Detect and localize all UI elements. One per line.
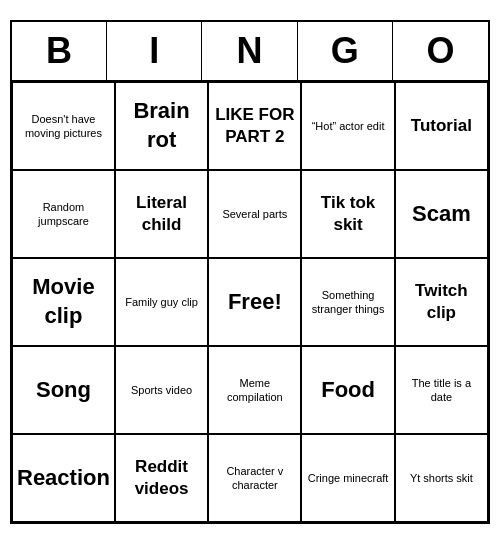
cell-2: LIKE FOR PART 2 [208, 82, 301, 170]
header-letter-n: N [202, 22, 297, 80]
cell-21: Reddit videos [115, 434, 208, 522]
cell-13: Something stranger things [301, 258, 394, 346]
bingo-grid: Doesn't have moving picturesBrain rotLIK… [12, 82, 488, 522]
bingo-card: BINGO Doesn't have moving picturesBrain … [10, 20, 490, 524]
cell-9: Scam [395, 170, 488, 258]
cell-16: Sports video [115, 346, 208, 434]
header-letter-o: O [393, 22, 488, 80]
bingo-header: BINGO [12, 22, 488, 82]
header-letter-g: G [298, 22, 393, 80]
cell-5: Random jumpscare [12, 170, 115, 258]
header-letter-b: B [12, 22, 107, 80]
cell-12: Free! [208, 258, 301, 346]
header-letter-i: I [107, 22, 202, 80]
cell-18: Food [301, 346, 394, 434]
cell-1: Brain rot [115, 82, 208, 170]
cell-8: Tik tok skit [301, 170, 394, 258]
cell-23: Cringe minecraft [301, 434, 394, 522]
cell-3: “Hot” actor edit [301, 82, 394, 170]
cell-4: Tutorial [395, 82, 488, 170]
cell-11: Family guy clip [115, 258, 208, 346]
cell-19: The title is a date [395, 346, 488, 434]
cell-20: Reaction [12, 434, 115, 522]
cell-14: Twitch clip [395, 258, 488, 346]
cell-22: Character v character [208, 434, 301, 522]
cell-7: Several parts [208, 170, 301, 258]
cell-6: Literal child [115, 170, 208, 258]
cell-24: Yt shorts skit [395, 434, 488, 522]
cell-17: Meme compilation [208, 346, 301, 434]
cell-15: Song [12, 346, 115, 434]
cell-0: Doesn't have moving pictures [12, 82, 115, 170]
cell-10: Movie clip [12, 258, 115, 346]
